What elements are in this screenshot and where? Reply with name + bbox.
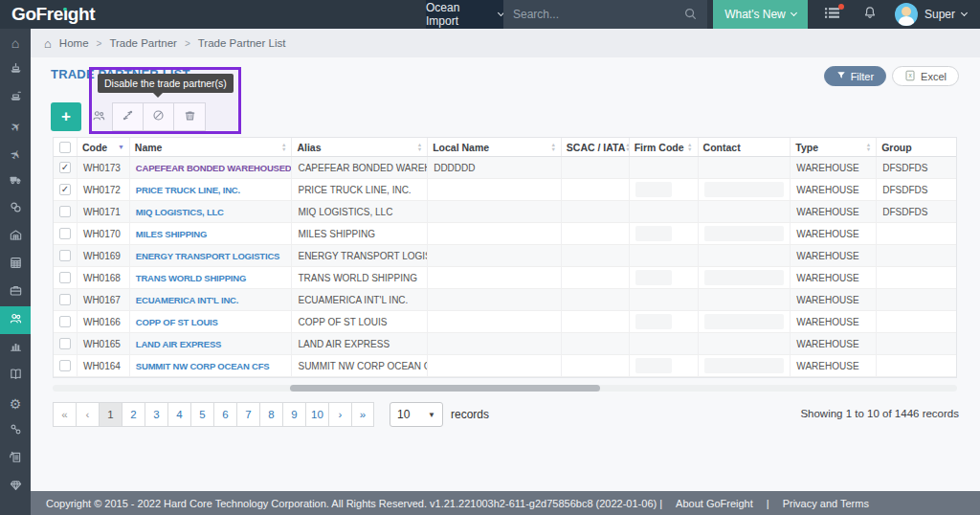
page-button-1[interactable]: 1: [99, 402, 122, 427]
about-link[interactable]: About GoFreight: [676, 498, 753, 509]
row-checkbox[interactable]: [59, 294, 71, 305]
trade-partner-link[interactable]: PRICE TRUCK LINE, INC.: [136, 185, 240, 195]
page-button-10[interactable]: 10: [305, 402, 328, 427]
column-header-scac-iata[interactable]: SCAC / IATA▲▼: [562, 138, 630, 156]
column-header-firm-code[interactable]: Firm Code▲▼: [630, 138, 699, 156]
page-button-3[interactable]: 3: [145, 402, 167, 427]
column-header-select[interactable]: [54, 138, 78, 156]
trade-partner-link[interactable]: COPP OF ST LOUIS: [136, 317, 218, 327]
column-header-alias[interactable]: Alias▲▼: [292, 138, 428, 156]
row-checkbox[interactable]: [59, 338, 71, 349]
page-nav-prev[interactable]: ‹: [76, 402, 99, 427]
truck-icon: [9, 172, 23, 190]
whats-new-button[interactable]: What's New: [713, 0, 808, 29]
row-checkbox[interactable]: ✓: [59, 162, 71, 173]
sidebar-item-home[interactable]: ⌂: [0, 29, 31, 56]
cell-scac-iata: [562, 245, 630, 266]
module-selector[interactable]: Ocean Import: [426, 0, 503, 29]
table-horizontal-scrollbar-track[interactable]: [53, 385, 957, 392]
select-all-checkbox[interactable]: [59, 142, 71, 153]
page-button-9[interactable]: 9: [282, 402, 305, 427]
page-button-5[interactable]: 5: [190, 402, 213, 427]
breadcrumb-trade-partner[interactable]: Trade Partner: [109, 37, 177, 49]
sidebar-item-people-active[interactable]: [0, 306, 31, 334]
breadcrumb-separator: >: [97, 38, 102, 49]
column-header-contact[interactable]: Contact: [699, 138, 791, 156]
column-header-name[interactable]: Name▲▼: [130, 138, 293, 156]
cell-scac-iata: [562, 289, 630, 310]
sort-desc-icon[interactable]: ▼: [118, 144, 124, 150]
svg-text:x: x: [908, 72, 912, 78]
app-logo[interactable]: GoFreıght: [0, 0, 106, 29]
sidebar-item-chain[interactable]: [0, 417, 31, 445]
column-header-group[interactable]: Group: [877, 138, 956, 156]
row-checkbox[interactable]: [59, 272, 71, 283]
row-checkbox[interactable]: [59, 360, 71, 371]
trade-partner-link[interactable]: LAND AIR EXPRESS: [136, 339, 221, 349]
page-button-6[interactable]: 6: [213, 402, 236, 427]
chain-icon: [9, 422, 23, 440]
sidebar-item-coins[interactable]: [0, 195, 31, 223]
sidebar-item-plane[interactable]: ✈: [0, 140, 31, 168]
trade-partner-link[interactable]: ENERGY TRANSPORT LOGISTICS: [136, 251, 279, 261]
column-label: Name: [135, 142, 163, 153]
page-button-4[interactable]: 4: [167, 402, 190, 427]
calculator-icon: [9, 256, 23, 274]
sidebar-item-plane-tilted[interactable]: ✈: [0, 112, 31, 140]
trade-partner-link[interactable]: MIQ LOGISTICS, LLC: [136, 207, 224, 217]
cell-name: SUMMIT NW CORP OCEAN CFS: [130, 355, 293, 376]
row-checkbox[interactable]: [59, 228, 71, 239]
sidebar-item-truck[interactable]: [0, 168, 31, 195]
page-size-select[interactable]: 10 ▼: [390, 402, 443, 427]
column-header-code[interactable]: Code▼: [78, 138, 130, 156]
search-input[interactable]: [503, 8, 676, 21]
row-checkbox[interactable]: [59, 206, 71, 217]
sidebar-item-ship-export[interactable]: [0, 84, 31, 112]
release-notes-button[interactable]: [812, 0, 853, 29]
breadcrumb-home[interactable]: Home: [59, 37, 89, 49]
page-button-2[interactable]: 2: [122, 402, 145, 427]
sidebar-item-calculator[interactable]: [0, 251, 31, 279]
cell-alias: PRICE TRUCK LINE, INC.: [292, 179, 428, 200]
cell-group: DFSDFDS: [877, 179, 956, 200]
sidebar-item-doc-arrow[interactable]: [0, 445, 31, 473]
trade-partner-link[interactable]: TRANS WORLD SHIPPING: [136, 273, 246, 283]
navbar-spacer: [106, 0, 426, 29]
add-trade-partner-button[interactable]: +: [51, 102, 81, 131]
trade-partner-link[interactable]: CAPEFEAR BONDED WAREHOUSEDDD...: [136, 163, 293, 173]
row-checkbox[interactable]: [59, 250, 71, 261]
sidebar-item-diamond[interactable]: [0, 473, 31, 501]
page-nav-last[interactable]: »: [351, 402, 374, 427]
trade-partner-link[interactable]: SUMMIT NW CORP OCEAN CFS: [136, 361, 270, 371]
row-checkbox[interactable]: ✓: [59, 184, 71, 195]
table-row: WH0170MILES SHIPPINGMILES SHIPPINGWAREHO…: [54, 223, 956, 245]
sidebar-item-book[interactable]: [0, 362, 31, 390]
sort-icon[interactable]: ▲▼: [866, 143, 871, 151]
sort-icon[interactable]: ▲▼: [281, 143, 286, 151]
row-checkbox[interactable]: [59, 316, 71, 327]
sidebar-item-gear[interactable]: ⚙: [0, 390, 31, 417]
notifications-button[interactable]: [853, 0, 887, 29]
trade-partner-link[interactable]: MILES SHIPPING: [136, 229, 207, 239]
page-nav-first[interactable]: «: [53, 402, 76, 427]
sidebar-item-briefcase[interactable]: [0, 279, 31, 306]
cell-scac-iata: [562, 267, 630, 288]
column-header-local-name[interactable]: Local Name▲▼: [428, 138, 562, 156]
trade-partner-link[interactable]: ECUAMERICA INT'L INC.: [136, 295, 238, 305]
page-nav-next[interactable]: ›: [328, 402, 351, 427]
cell-local-name: [428, 333, 562, 354]
column-header-type[interactable]: Type▲▼: [791, 138, 877, 156]
table-horizontal-scrollbar-thumb[interactable]: [290, 385, 600, 392]
privacy-link[interactable]: Privacy and Terms: [783, 498, 869, 509]
excel-export-button[interactable]: x Excel: [892, 66, 959, 86]
sort-icon[interactable]: ▲▼: [417, 143, 422, 151]
sort-icon[interactable]: ▲▼: [687, 143, 692, 151]
sidebar-item-warehouse[interactable]: [0, 223, 31, 251]
sort-icon[interactable]: ▲▼: [550, 143, 555, 151]
page-button-8[interactable]: 8: [259, 402, 282, 427]
filter-button[interactable]: Filter: [824, 66, 886, 86]
sidebar-item-ship-import[interactable]: [0, 56, 31, 84]
sidebar-item-bar-chart[interactable]: [0, 334, 31, 362]
user-menu[interactable]: Super: [887, 0, 980, 29]
page-button-7[interactable]: 7: [236, 402, 259, 427]
